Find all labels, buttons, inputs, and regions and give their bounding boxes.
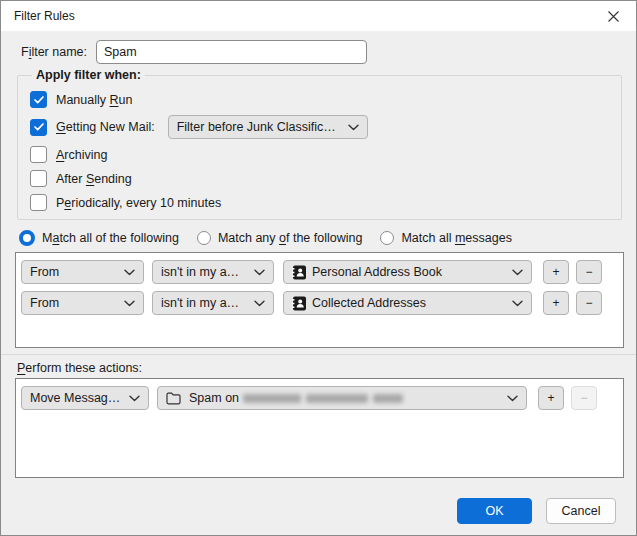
chevron-down-icon (254, 300, 265, 307)
value-dropdown[interactable]: Personal Address Book (283, 260, 532, 284)
checkbox-row-archiving[interactable]: Archiving (30, 146, 621, 163)
address-book-icon (292, 265, 307, 280)
match-any-label[interactable]: Match any of the following (218, 231, 363, 245)
add-term-button[interactable]: + (543, 260, 569, 284)
close-icon (608, 11, 619, 22)
condition-dropdown[interactable]: isn't in my address b... (152, 291, 274, 315)
periodically-checkbox[interactable] (30, 194, 47, 211)
remove-term-button[interactable]: − (576, 291, 602, 315)
action-type-dropdown[interactable]: Move Message to (21, 386, 149, 410)
condition-value: isn't in my address b... (161, 265, 246, 279)
close-button[interactable] (591, 1, 636, 31)
getting-new-mail-checkbox[interactable] (30, 119, 47, 136)
match-all-messages-label[interactable]: Match all messages (401, 231, 511, 245)
dialog-button-bar: OK Cancel (1, 498, 636, 524)
section-divider (1, 354, 636, 355)
add-action-button[interactable]: + (538, 386, 564, 410)
after-sending-checkbox[interactable] (30, 170, 47, 187)
attribute-dropdown[interactable]: From (21, 291, 144, 315)
match-any-radio[interactable] (197, 231, 211, 245)
filter-name-label: Filter name: (21, 45, 87, 59)
search-terms-list: From isn't in my address b... Personal A… (15, 252, 624, 348)
manually-run-label: Manually Run (56, 93, 132, 107)
junk-classification-value: Filter before Junk Classification (177, 120, 340, 134)
address-book-icon (292, 296, 307, 311)
match-all-messages-radio[interactable] (380, 231, 394, 245)
archiving-label: Archiving (56, 148, 107, 162)
action-type-value: Move Message to (30, 391, 121, 405)
chevron-down-icon (129, 395, 140, 402)
ok-button[interactable]: OK (457, 498, 532, 524)
remove-term-button[interactable]: − (576, 260, 602, 284)
checkbox-row-manually-run[interactable]: Manually Run (30, 91, 621, 108)
chevron-down-icon (348, 124, 359, 131)
chevron-down-icon (512, 269, 523, 276)
check-icon (34, 96, 44, 104)
target-folder-text: Spam on (189, 391, 239, 405)
search-term-row: From isn't in my address b... Personal A… (21, 260, 623, 284)
value-dropdown[interactable]: Collected Addresses (283, 291, 532, 315)
match-all-radio[interactable] (19, 230, 35, 246)
target-folder-dropdown[interactable]: Spam on (157, 386, 527, 410)
condition-value: isn't in my address b... (161, 296, 246, 310)
checkbox-row-getting-new-mail: Getting New Mail: Filter before Junk Cla… (30, 115, 621, 139)
perform-actions-label: Perform these actions: (17, 361, 622, 375)
apply-filter-when-legend: Apply filter when: (32, 68, 145, 82)
checkbox-row-after-sending[interactable]: After Sending (30, 170, 621, 187)
chevron-down-icon (124, 300, 135, 307)
match-options-row: Match all of the following Match any of … (19, 230, 622, 246)
checkbox-row-periodically[interactable]: Periodically, every 10 minutes (30, 194, 621, 211)
attribute-dropdown[interactable]: From (21, 260, 144, 284)
value-text: Collected Addresses (312, 296, 504, 310)
chevron-down-icon (254, 269, 265, 276)
titlebar: Filter Rules (1, 1, 636, 31)
redacted-server-name (243, 394, 403, 403)
folder-icon (166, 392, 181, 405)
condition-dropdown[interactable]: isn't in my address b... (152, 260, 274, 284)
remove-action-button: − (571, 386, 597, 410)
cancel-button[interactable]: Cancel (546, 498, 616, 524)
chevron-down-icon (507, 395, 518, 402)
archiving-checkbox[interactable] (30, 146, 47, 163)
window-title: Filter Rules (1, 9, 75, 23)
filter-actions-list: Move Message to Spam on + − (15, 378, 624, 478)
junk-classification-dropdown[interactable]: Filter before Junk Classification (168, 115, 368, 139)
action-row: Move Message to Spam on + − (21, 386, 623, 410)
check-icon (34, 123, 44, 131)
attribute-value: From (30, 265, 116, 279)
chevron-down-icon (124, 269, 135, 276)
attribute-value: From (30, 296, 116, 310)
match-all-label[interactable]: Match all of the following (42, 231, 179, 245)
apply-filter-when-group: Apply filter when: Manually Run Getting … (17, 68, 622, 220)
filter-name-row: Filter name: (15, 40, 622, 64)
filter-name-input[interactable] (96, 40, 367, 64)
add-term-button[interactable]: + (543, 291, 569, 315)
manually-run-checkbox[interactable] (30, 91, 47, 108)
periodically-label: Periodically, every 10 minutes (56, 196, 221, 210)
chevron-down-icon (512, 300, 523, 307)
after-sending-label: After Sending (56, 172, 132, 186)
search-term-row: From isn't in my address b... Collected … (21, 291, 623, 315)
value-text: Personal Address Book (312, 265, 504, 279)
filter-rules-dialog: { "window": { "title": "Filter Rules" },… (0, 0, 637, 536)
getting-new-mail-label: Getting New Mail: (56, 120, 155, 134)
